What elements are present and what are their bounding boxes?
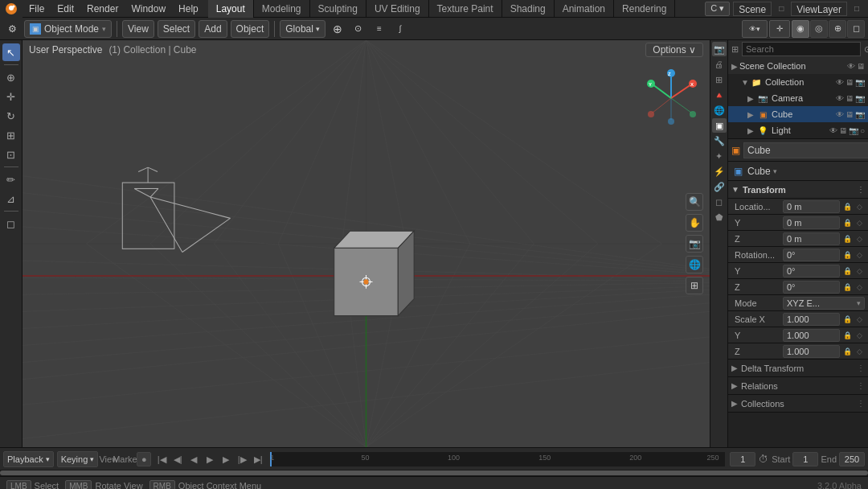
light-disable-icon[interactable]: 🖥 — [839, 126, 847, 135]
delta-transform-menu[interactable]: ⋮ — [857, 364, 865, 372]
delta-transform-row[interactable]: ▶ Delta Transform ⋮ — [728, 360, 868, 377]
rotation-y-lock[interactable]: 🔒 — [841, 265, 853, 277]
location-z-lock[interactable]: 🔒 — [841, 233, 853, 244]
menu-window[interactable]: Window — [125, 0, 172, 18]
viewport-camera-btn[interactable]: 📷 — [686, 235, 703, 253]
props-constraints-icon[interactable]: 🔗 — [712, 179, 727, 194]
add-btn[interactable]: Add — [199, 20, 227, 38]
cube-render-icon[interactable]: 📷 — [855, 110, 865, 119]
rotation-mode-dropdown[interactable]: XYZ E... ▾ — [783, 297, 865, 310]
location-x-lock[interactable]: 🔒 — [841, 201, 853, 212]
location-y-anim[interactable]: ◇ — [854, 217, 865, 228]
props-particles-icon[interactable]: ✦ — [712, 149, 727, 163]
rotation-x-lock[interactable]: 🔒 — [841, 249, 853, 261]
props-world-icon[interactable]: 🌐 — [712, 103, 727, 117]
props-physics-icon[interactable]: ⚡ — [712, 164, 727, 179]
annotate-btn[interactable]: ✏ — [2, 171, 20, 188]
scale-y-lock[interactable]: 🔒 — [841, 330, 853, 341]
select-btn[interactable]: Select — [158, 20, 195, 38]
props-view-layer-icon[interactable]: ⊞ — [712, 72, 727, 87]
props-material-icon[interactable]: ⬟ — [712, 210, 727, 224]
play-btn[interactable]: ▶ — [203, 452, 217, 466]
measure-btn[interactable]: ⊿ — [2, 190, 20, 208]
engine-dropdown[interactable]: C ▾ — [705, 2, 730, 16]
next-frame-btn[interactable]: ▶ — [219, 452, 233, 466]
material-shading-btn[interactable]: ◎ — [810, 20, 828, 38]
tab-uv-editing[interactable]: UV Editing — [366, 0, 429, 18]
relations-row[interactable]: ▶ Relations ⋮ — [728, 377, 868, 395]
cube-visible-icon[interactable]: 👁 — [836, 110, 844, 119]
snap-btn[interactable]: ⊕ — [329, 20, 346, 38]
cursor-tool-btn[interactable]: ⊕ — [2, 68, 20, 86]
proportional-edit-btn[interactable]: ⊙ — [350, 20, 367, 38]
collections-row[interactable]: ▶ Collections ⋮ — [728, 395, 868, 413]
collections-menu[interactable]: ⋮ — [857, 399, 865, 408]
outliner-filter-icon[interactable]: ⊞ — [731, 44, 739, 55]
rotation-z-lock[interactable]: 🔒 — [841, 281, 853, 293]
add-keyframe-btn[interactable]: ● — [137, 452, 151, 466]
tab-shading[interactable]: Shading — [502, 0, 555, 18]
outliner-search-input[interactable] — [742, 42, 861, 56]
viewport-zoom-btn[interactable]: 🔍 — [686, 193, 703, 211]
props-output-icon[interactable]: 🖨 — [712, 57, 727, 72]
location-z-input[interactable]: 0 m — [783, 232, 840, 245]
rendered-shading-btn[interactable]: ⊕ — [829, 20, 846, 38]
rotation-y-input[interactable]: 0° — [783, 265, 840, 277]
scale-y-anim[interactable]: ◇ — [854, 330, 865, 341]
scale-z-input[interactable]: 1.000 — [783, 345, 840, 358]
cube-disable-icon[interactable]: 🖥 — [845, 110, 854, 119]
scene-expand[interactable]: □ — [775, 2, 788, 16]
menu-help[interactable]: Help — [172, 0, 205, 18]
tab-animation[interactable]: Animation — [555, 0, 614, 18]
transform-section-header[interactable]: ▼ Transform ⋮ — [728, 181, 868, 199]
scale-x-lock[interactable]: 🔒 — [841, 314, 853, 325]
timeline-scrollbar-thumb[interactable] — [0, 471, 868, 475]
scale-z-anim[interactable]: ◇ — [854, 346, 865, 357]
viewport-grid-btn[interactable]: ⊞ — [686, 277, 703, 294]
collection-visible-icon[interactable]: 👁 — [836, 78, 844, 87]
collection-render-icon[interactable]: 📷 — [855, 78, 865, 87]
jump-end-btn[interactable]: ▶| — [251, 452, 265, 466]
data-block-dropdown[interactable]: Cube▾ — [747, 166, 865, 177]
light-render-icon[interactable]: 📷 — [849, 126, 858, 135]
viewport-3d[interactable]: User Perspective (1) Collection | Cube O… — [23, 40, 710, 447]
menu-edit[interactable]: Edit — [51, 0, 80, 18]
props-object-icon[interactable]: ▣ — [712, 118, 727, 133]
solid-shading-btn[interactable]: ◉ — [792, 20, 809, 38]
light-extra-icon[interactable]: ○ — [860, 126, 865, 135]
select-tool-btn[interactable]: ↖ — [2, 43, 20, 61]
timeline-marks[interactable]: 1 50 100 150 200 250 — [270, 452, 725, 466]
collection-disable-icon[interactable]: 🖥 — [845, 78, 854, 87]
rotation-x-anim[interactable]: ◇ — [854, 249, 865, 261]
blender-icon-btn[interactable]: ⚙ — [3, 20, 21, 38]
view-layer-expand[interactable]: □ — [850, 2, 863, 16]
jump-fwd-btn[interactable]: |▶ — [235, 452, 249, 466]
current-frame-display[interactable]: 1 — [730, 452, 755, 466]
transform-dropdown[interactable]: Global▾ — [280, 20, 326, 38]
location-x-anim[interactable]: ◇ — [854, 201, 865, 212]
scene-collection-item[interactable]: ▶ Scene Collection 👁 🖥 — [728, 58, 868, 74]
viewport-options-btn[interactable]: Options ∨ — [645, 43, 703, 57]
outliner-light-item[interactable]: ▶ 💡 Light 👁 🖥 📷 ○ — [728, 122, 868, 138]
overlay-dropdown[interactable]: 👁▾ — [742, 20, 768, 38]
scale-x-anim[interactable]: ◇ — [854, 314, 865, 325]
tab-layout[interactable]: Layout — [208, 0, 254, 18]
transform-menu-icon[interactable]: ⋮ — [857, 185, 865, 194]
tab-texture-paint[interactable]: Texture Paint — [429, 0, 502, 18]
location-x-input[interactable]: 0 m — [783, 200, 840, 213]
props-scene-icon[interactable]: 🔺 — [712, 88, 727, 102]
start-frame-input[interactable]: 1 — [792, 452, 818, 466]
gizmo-btn[interactable]: ✛ — [769, 20, 790, 38]
outliner-collection-item[interactable]: ▼ 📁 Collection 👁 🖥 📷 — [728, 74, 868, 90]
jump-back-btn[interactable]: ◀| — [170, 452, 185, 466]
snap-to-grid-btn[interactable]: ≡ — [371, 20, 388, 38]
rotation-z-anim[interactable]: ◇ — [854, 281, 865, 293]
timeline-scrollbar[interactable] — [0, 470, 868, 476]
viewport-pan-btn[interactable]: ✋ — [686, 214, 703, 232]
keying-dropdown[interactable]: Keying▾ — [57, 451, 99, 467]
scale-x-input[interactable]: 1.000 — [783, 313, 840, 326]
scene-name[interactable]: Scene — [733, 2, 772, 16]
location-y-lock[interactable]: 🔒 — [841, 217, 853, 228]
tab-sculpting[interactable]: Sculpting — [310, 0, 366, 18]
tab-modeling[interactable]: Modeling — [254, 0, 310, 18]
